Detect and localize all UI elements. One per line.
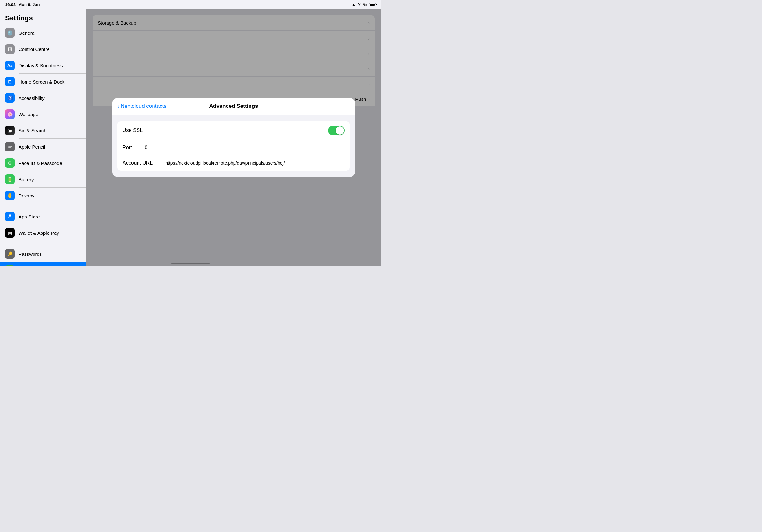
- back-button[interactable]: ‹ Nextcloud contacts: [117, 103, 167, 110]
- sidebar-item-home-screen-dock[interactable]: ⊞ Home Screen & Dock: [0, 74, 86, 90]
- status-right-icons: ▲ 91 %: [351, 2, 376, 7]
- sidebar-item-label: Face ID & Passcode: [19, 161, 62, 166]
- apple-pencil-icon: ✏: [5, 142, 15, 152]
- sidebar-item-label: Wallpaper: [19, 112, 40, 117]
- sidebar-item-control-centre[interactable]: ⊞ Control Centre: [0, 41, 86, 57]
- sidebar-item-accessibility[interactable]: ♿ Accessibility: [0, 90, 86, 106]
- battery-sidebar-icon: 🔋: [5, 174, 15, 184]
- sidebar-item-label: Accessibility: [19, 96, 45, 101]
- sidebar-item-wallpaper[interactable]: 🌸 Wallpaper: [0, 106, 86, 122]
- use-ssl-row: Use SSL: [117, 121, 350, 140]
- account-url-label: Account URL: [122, 160, 153, 166]
- back-button-label: Nextcloud contacts: [120, 103, 167, 109]
- control-centre-icon: ⊞: [5, 44, 15, 54]
- home-screen-icon: ⊞: [5, 77, 15, 87]
- port-row: Port 0: [117, 140, 350, 155]
- sidebar-item-general[interactable]: ⚙️ General: [0, 25, 86, 41]
- sidebar-item-siri-search[interactable]: ◉ Siri & Search: [0, 122, 86, 138]
- sidebar-item-label: Battery: [19, 177, 34, 182]
- sidebar: Settings ⚙️ General ⊞ Control Centre Aa …: [0, 9, 86, 266]
- sidebar-item-app-store[interactable]: A App Store: [0, 209, 86, 225]
- sidebar-title: Settings: [0, 9, 86, 25]
- battery-percent: 91 %: [357, 2, 367, 7]
- contacts-icon: 👤: [5, 265, 15, 266]
- status-date: Mon 9. Jan: [18, 2, 39, 7]
- sidebar-item-privacy[interactable]: ✋ Privacy: [0, 187, 86, 204]
- sidebar-item-wallet[interactable]: ▤ Wallet & Apple Pay: [0, 225, 86, 241]
- main-layout: Settings ⚙️ General ⊞ Control Centre Aa …: [0, 9, 381, 266]
- passwords-icon: 🔑: [5, 249, 15, 259]
- account-url-row: Account URL https://nextcloudpi.local/re…: [117, 155, 350, 170]
- general-icon: ⚙️: [5, 28, 15, 37]
- sidebar-item-display-brightness[interactable]: Aa Display & Brightness: [0, 57, 86, 73]
- wallet-icon: ▤: [5, 228, 15, 237]
- use-ssl-label: Use SSL: [122, 128, 143, 133]
- port-label: Port: [122, 145, 132, 151]
- modal-title: Advanced Settings: [209, 103, 258, 109]
- sidebar-item-label: Privacy: [19, 193, 34, 198]
- sidebar-item-label: Wallet & Apple Pay: [19, 230, 59, 236]
- status-time: 16:02: [5, 2, 16, 7]
- use-ssl-toggle[interactable]: [328, 126, 344, 135]
- wifi-icon: ▲: [351, 2, 355, 7]
- back-chevron-icon: ‹: [117, 103, 119, 110]
- sidebar-item-label: Display & Brightness: [19, 63, 62, 68]
- privacy-icon: ✋: [5, 191, 15, 200]
- wallpaper-icon: 🌸: [5, 109, 15, 119]
- battery-icon: [369, 3, 376, 6]
- sidebar-item-label: Passwords: [19, 251, 42, 257]
- sidebar-item-label: Home Screen & Dock: [19, 79, 64, 85]
- sidebar-item-face-id[interactable]: ☺ Face ID & Passcode: [0, 155, 86, 171]
- sidebar-item-label: Control Centre: [19, 46, 50, 52]
- face-id-icon: ☺: [5, 158, 15, 168]
- sidebar-item-label: Siri & Search: [19, 128, 46, 133]
- advanced-settings-modal: ‹ Nextcloud contacts Advanced Settings U…: [112, 98, 355, 177]
- app-store-icon: A: [5, 212, 15, 221]
- sidebar-item-apple-pencil[interactable]: ✏ Apple Pencil: [0, 139, 86, 155]
- modal-overlay: ‹ Nextcloud contacts Advanced Settings U…: [86, 9, 381, 266]
- toggle-knob: [336, 126, 344, 135]
- sidebar-item-battery[interactable]: 🔋 Battery: [0, 171, 86, 187]
- account-url-value[interactable]: https://nextcloudpi.local/remote.php/dav…: [165, 161, 344, 166]
- sidebar-item-contacts[interactable]: 👤 Contacts: [0, 262, 86, 266]
- sidebar-item-label: App Store: [19, 214, 40, 220]
- siri-icon: ◉: [5, 126, 15, 135]
- port-value[interactable]: 0: [145, 145, 344, 151]
- modal-body: Use SSL Port 0 Account URL: [112, 115, 355, 177]
- display-brightness-icon: Aa: [5, 61, 15, 70]
- modal-section-ssl: Use SSL Port 0 Account URL: [117, 121, 350, 170]
- status-bar: 16:02 Mon 9. Jan ▲ 91 %: [0, 0, 381, 9]
- right-panel: Storage & Backup › › › › ›: [86, 9, 381, 266]
- accessibility-icon: ♿: [5, 93, 15, 103]
- modal-header: ‹ Nextcloud contacts Advanced Settings: [112, 98, 355, 115]
- sidebar-item-label: General: [19, 30, 36, 36]
- sidebar-item-passwords[interactable]: 🔑 Passwords: [0, 246, 86, 262]
- sidebar-list: ⚙️ General ⊞ Control Centre Aa Display &…: [0, 25, 86, 266]
- sidebar-item-label: Apple Pencil: [19, 144, 45, 150]
